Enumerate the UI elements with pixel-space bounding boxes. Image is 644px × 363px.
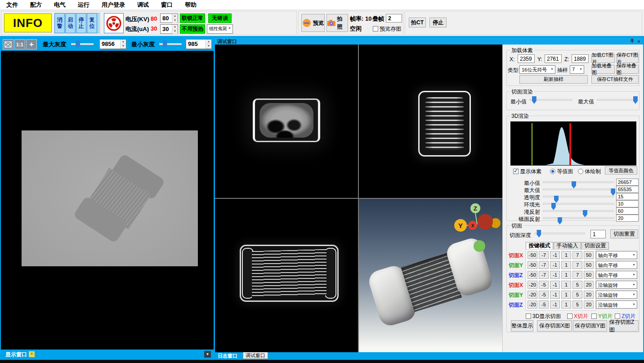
slice-checkbox-0[interactable] bbox=[526, 314, 531, 319]
slice-row-5-step-0[interactable]: -20 bbox=[528, 300, 537, 309]
slice-save-button-1[interactable]: 保存切面X图 bbox=[537, 320, 572, 332]
stop-button[interactable]: 停止 bbox=[76, 13, 86, 33]
tab-log-window[interactable]: 日志窗口 bbox=[218, 353, 237, 359]
slice-row-4-step-4[interactable]: 5 bbox=[572, 291, 582, 299]
current-spinner[interactable]: 30 ▲▼ bbox=[160, 24, 178, 34]
shoot-ct-button[interactable]: 拍CT bbox=[409, 18, 426, 27]
slice-check-0[interactable]: 3D显示切面 bbox=[526, 313, 561, 320]
render3d-slider-value-4[interactable]: 60 bbox=[616, 207, 639, 215]
render3d-slider-value-0[interactable]: 26657 bbox=[616, 179, 639, 186]
slice-row-4-step-0[interactable]: -20 bbox=[528, 291, 537, 299]
min-gray-spinner[interactable]: 985 ▲▼ bbox=[186, 39, 212, 49]
voltage-spinner[interactable]: 80 ▲▼ bbox=[160, 13, 178, 23]
slice-row-1-step-5[interactable]: 50 bbox=[584, 261, 594, 269]
slice-checkbox-1[interactable] bbox=[567, 314, 572, 319]
voltage-spinner-arrows[interactable]: ▲▼ bbox=[172, 14, 178, 22]
axis-z-handle[interactable]: Z bbox=[470, 203, 480, 213]
slice-row-2-step-3[interactable]: 1 bbox=[561, 271, 571, 279]
slice-save-button-0[interactable]: 整体显示 bbox=[511, 320, 533, 332]
slice-row-3-step-4[interactable]: 5 bbox=[572, 281, 582, 289]
slice-row-mode-1[interactable]: 轴向平移 bbox=[596, 261, 637, 269]
gizmo-dark-red-dot[interactable] bbox=[478, 214, 493, 229]
render3d-slider-value-5[interactable]: 20 bbox=[616, 215, 639, 222]
slice-row-5-step-1[interactable]: -5 bbox=[539, 300, 549, 309]
menu-item-2[interactable]: 电气 bbox=[54, 1, 66, 9]
slice-row-mode-5[interactable]: 沿轴旋转 bbox=[596, 300, 637, 309]
reset-button[interactable]: 复位 bbox=[87, 13, 97, 33]
gizmo-green-dot[interactable] bbox=[474, 240, 485, 252]
debug-window-titlebar[interactable]: 调试窗口 × bbox=[215, 38, 643, 45]
slice-row-4-step-2[interactable]: -1 bbox=[550, 291, 560, 299]
slice-row-3-step-0[interactable]: -20 bbox=[528, 281, 537, 289]
slice-depth-input[interactable]: 1 bbox=[590, 230, 606, 238]
crosshair-button[interactable]: + bbox=[26, 39, 37, 49]
render3d-slider-value-3[interactable]: 10 bbox=[616, 200, 639, 207]
focus-mode-dropdown[interactable]: 线性焦斑 bbox=[207, 24, 233, 34]
iso-color-button[interactable]: 等值面颜色 bbox=[605, 166, 637, 175]
slice-row-5-step-4[interactable]: 5 bbox=[572, 300, 582, 309]
ct-slice-top-view[interactable] bbox=[215, 45, 358, 198]
slice-row-2-step-2[interactable]: -1 bbox=[550, 271, 560, 279]
axis-x-handle[interactable]: x bbox=[468, 221, 477, 230]
snapshot-button[interactable]: 拍照 bbox=[326, 14, 348, 32]
save-ct-sample-file-button[interactable]: 保存CT抽样文件 bbox=[591, 75, 639, 84]
slice-row-0-step-1[interactable]: -7 bbox=[539, 251, 549, 259]
isosurface-radio[interactable] bbox=[550, 169, 555, 174]
show-voxel-checkbox[interactable] bbox=[513, 169, 519, 174]
voxel-z-input[interactable]: 1889 bbox=[572, 54, 589, 63]
render3d-slider-4[interactable] bbox=[543, 210, 614, 212]
fit-view-button[interactable] bbox=[3, 39, 13, 49]
render3d-slider-5[interactable] bbox=[543, 217, 614, 219]
volume-render-radio[interactable] bbox=[578, 169, 583, 174]
slice-row-3-step-5[interactable]: 20 bbox=[584, 281, 594, 289]
ct-stop-button[interactable]: 停止 bbox=[429, 18, 447, 27]
slice-row-1-step-3[interactable]: 1 bbox=[561, 261, 571, 269]
slice-save-button-3[interactable]: 保存切面Z图 bbox=[609, 320, 639, 332]
slice-row-3-step-1[interactable]: -5 bbox=[539, 281, 549, 289]
slice-checkbox-2[interactable] bbox=[591, 314, 597, 319]
xray-source-button[interactable] bbox=[104, 13, 124, 33]
save-preview-checkbox[interactable] bbox=[373, 26, 378, 31]
show-voxel-check-row[interactable]: 显示体素 bbox=[513, 168, 541, 175]
render3d-slider-value-2[interactable]: 15 bbox=[616, 193, 639, 200]
voxel-y-input[interactable]: 2761 bbox=[545, 54, 562, 63]
display-window-tab[interactable]: 显示窗口 bbox=[5, 351, 27, 359]
max-gray-arrows[interactable]: ▲▼ bbox=[120, 40, 126, 49]
close-icon[interactable]: × bbox=[636, 38, 642, 44]
min-gray-slider[interactable] bbox=[159, 40, 182, 48]
slice-row-5-step-3[interactable]: 1 bbox=[561, 300, 571, 309]
menu-item-7[interactable]: 帮助 bbox=[185, 1, 197, 9]
slice-row-1-step-1[interactable]: -7 bbox=[539, 261, 549, 269]
slice-row-mode-3[interactable]: 沿轴旋转 bbox=[596, 281, 637, 289]
panel-dropdown-button[interactable]: ▼ bbox=[204, 351, 211, 358]
save-ct-images-button[interactable]: 保存CT图片 bbox=[616, 54, 639, 63]
tab-close-icon[interactable]: × bbox=[29, 351, 35, 357]
render3d-slider-1[interactable] bbox=[543, 188, 614, 190]
slice-row-2-step-0[interactable]: -50 bbox=[528, 271, 537, 279]
slice-row-5-step-2[interactable]: -1 bbox=[550, 300, 560, 309]
slice-row-3-step-3[interactable]: 1 bbox=[561, 281, 571, 289]
slice-row-4-step-3[interactable]: 1 bbox=[561, 291, 571, 299]
menu-item-1[interactable]: 配方 bbox=[30, 1, 42, 9]
save-stack-button[interactable]: 保存堆叠图 bbox=[616, 65, 639, 74]
slice-row-4-step-1[interactable]: -5 bbox=[539, 291, 549, 299]
load-ct-images-button[interactable]: 加载CT图片 bbox=[591, 54, 615, 63]
stack-frames-input[interactable]: 2 bbox=[386, 14, 402, 22]
slice-render-max-slider[interactable] bbox=[597, 96, 636, 104]
slice-row-5-step-5[interactable]: 20 bbox=[584, 300, 594, 309]
mute-button[interactable]: 消警 bbox=[54, 13, 65, 33]
load-stack-button[interactable]: 加载堆叠图 bbox=[591, 65, 615, 74]
ct-slice-front-view[interactable] bbox=[215, 199, 358, 352]
menu-item-3[interactable]: 运行 bbox=[78, 1, 89, 9]
voxel-type-dropdown[interactable]: 16位无符号 bbox=[519, 65, 555, 74]
gray-histogram[interactable] bbox=[510, 121, 636, 166]
ct-slice-side-view[interactable] bbox=[359, 45, 502, 198]
render3d-slider-2[interactable] bbox=[543, 196, 614, 197]
slice-row-2-step-1[interactable]: -7 bbox=[539, 271, 549, 279]
slice-row-mode-0[interactable]: 轴向平移 bbox=[596, 251, 637, 259]
min-gray-arrows[interactable]: ▲▼ bbox=[206, 40, 211, 49]
refresh-sample-button[interactable]: 刷新抽样 bbox=[519, 75, 588, 84]
menu-item-6[interactable]: 窗口 bbox=[161, 1, 173, 9]
slice-depth-slider[interactable] bbox=[535, 230, 585, 238]
slice-row-0-step-5[interactable]: 50 bbox=[584, 251, 594, 259]
